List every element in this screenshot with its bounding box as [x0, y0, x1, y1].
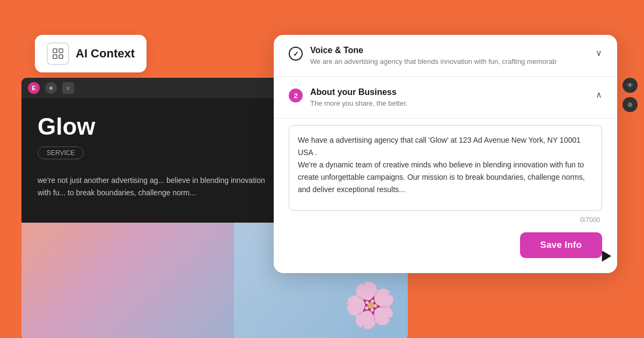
flower-decoration: 🌸 — [338, 274, 403, 336]
voice-tone-subtitle: We are an advertising agency that blends… — [310, 57, 557, 65]
link-icon[interactable]: ⊕ — [623, 97, 638, 112]
char-count: 0/7000 — [289, 216, 602, 224]
textarea-section: We have a advertising agency that call '… — [274, 119, 617, 224]
about-business-text: About your Business The more you share, … — [310, 87, 407, 107]
svg-rect-0 — [53, 49, 57, 53]
ai-context-badge: AI Context — [35, 35, 147, 72]
section-number: 2 — [294, 92, 297, 100]
voice-tone-left: ✓ Voice & Tone We are an advertising age… — [289, 46, 557, 65]
right-side-icons: 👁 ⊕ — [623, 78, 638, 112]
about-business-chevron: ∧ — [596, 90, 602, 100]
save-info-button[interactable]: Save Info — [520, 232, 602, 258]
services-button[interactable]: SERVICE — [38, 146, 84, 159]
modal-panel: ✓ Voice & Tone We are an advertising age… — [274, 35, 617, 273]
editor-image-left — [21, 223, 234, 338]
about-business-title: About your Business — [310, 87, 407, 97]
add-element-button[interactable]: + — [45, 82, 57, 94]
voice-tone-chevron: ∨ — [596, 48, 602, 58]
editor-body-text: we're not just another advertising ag...… — [38, 174, 274, 199]
svg-rect-1 — [59, 49, 63, 53]
about-business-number: 2 — [289, 89, 303, 102]
ai-context-label: AI Context — [76, 47, 135, 61]
menu-icon[interactable]: ≡ — [62, 82, 74, 94]
about-business-subtitle: The more you share, the better. — [310, 99, 407, 107]
about-business-left: 2 About your Business The more you share… — [289, 87, 407, 107]
ai-context-icon — [47, 42, 69, 65]
save-area: Save Info — [274, 224, 617, 258]
elementor-icon[interactable]: E — [28, 82, 40, 94]
voice-tone-text: Voice & Tone We are an advertising agenc… — [310, 46, 557, 65]
business-info-textarea[interactable]: We have a advertising agency that call '… — [289, 125, 602, 211]
svg-rect-2 — [53, 55, 57, 58]
voice-tone-section[interactable]: ✓ Voice & Tone We are an advertising age… — [274, 35, 617, 77]
check-mark-icon: ✓ — [293, 50, 299, 58]
save-btn-wrapper: Save Info — [520, 232, 602, 258]
about-business-section[interactable]: 2 About your Business The more you share… — [274, 77, 617, 119]
voice-tone-check: ✓ — [289, 47, 303, 61]
voice-tone-title: Voice & Tone — [310, 46, 557, 55]
eye-icon[interactable]: 👁 — [623, 78, 638, 93]
svg-rect-3 — [59, 55, 63, 58]
